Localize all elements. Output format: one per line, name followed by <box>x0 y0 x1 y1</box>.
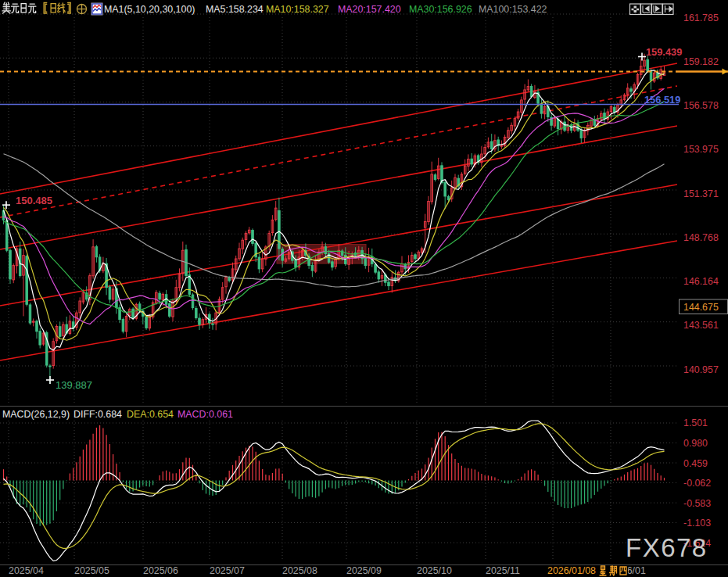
svg-text:153.975: 153.975 <box>683 144 719 155</box>
svg-text:1.501: 1.501 <box>683 418 708 428</box>
svg-text:159.439: 159.439 <box>646 46 682 58</box>
svg-text:140.957: 140.957 <box>683 364 719 375</box>
svg-text:-0.062: -0.062 <box>683 478 711 489</box>
svg-text:MACD:0.061: MACD:0.061 <box>178 409 233 420</box>
svg-text:MA1(5,10,20,30,100): MA1(5,10,20,30,100) <box>104 4 195 15</box>
svg-text:MA10:158.327: MA10:158.327 <box>266 4 329 15</box>
svg-text:-1.103: -1.103 <box>683 518 711 529</box>
svg-text:-0.583: -0.583 <box>683 498 711 509</box>
svg-text:161.785: 161.785 <box>683 13 719 23</box>
svg-text:MA30:156.926: MA30:156.926 <box>409 4 472 15</box>
svg-text:151.371: 151.371 <box>683 188 719 199</box>
svg-text:156.519: 156.519 <box>644 94 680 106</box>
svg-text:139.887: 139.887 <box>56 379 92 391</box>
svg-text:MA5:158.234: MA5:158.234 <box>206 4 264 15</box>
svg-text:DEA:0.654: DEA:0.654 <box>127 409 174 420</box>
svg-text:2025/05: 2025/05 <box>74 565 109 576</box>
svg-text:2025/09: 2025/09 <box>346 565 382 576</box>
svg-text:MACD(26,12,9): MACD(26,12,9) <box>2 409 70 420</box>
svg-text:144.675: 144.675 <box>683 302 719 313</box>
svg-text:FX678: FX678 <box>626 533 708 562</box>
svg-text:2025/04: 2025/04 <box>9 565 44 576</box>
svg-text:2025/11: 2025/11 <box>486 565 520 576</box>
svg-text:MA100:153.422: MA100:153.422 <box>479 4 547 15</box>
svg-text:2025/10: 2025/10 <box>417 565 452 576</box>
svg-text:0.980: 0.980 <box>683 438 708 449</box>
svg-text:156.578: 156.578 <box>683 100 719 111</box>
svg-text:2025/06: 2025/06 <box>143 565 178 576</box>
svg-text:DIFF:0.684: DIFF:0.684 <box>74 409 122 420</box>
svg-text:159.182: 159.182 <box>683 56 719 67</box>
svg-text:150.485: 150.485 <box>16 195 52 206</box>
svg-text:2025/07: 2025/07 <box>210 565 245 576</box>
svg-text:2026/01/08: 2026/01/08 <box>547 565 596 576</box>
svg-text:0.459: 0.459 <box>683 458 708 469</box>
svg-text:MA20:157.420: MA20:157.420 <box>338 4 401 15</box>
svg-text:143.561: 143.561 <box>683 320 719 331</box>
svg-text:2025/08: 2025/08 <box>282 565 317 576</box>
svg-text:148.768: 148.768 <box>683 232 719 243</box>
svg-text:146.164: 146.164 <box>683 276 719 287</box>
